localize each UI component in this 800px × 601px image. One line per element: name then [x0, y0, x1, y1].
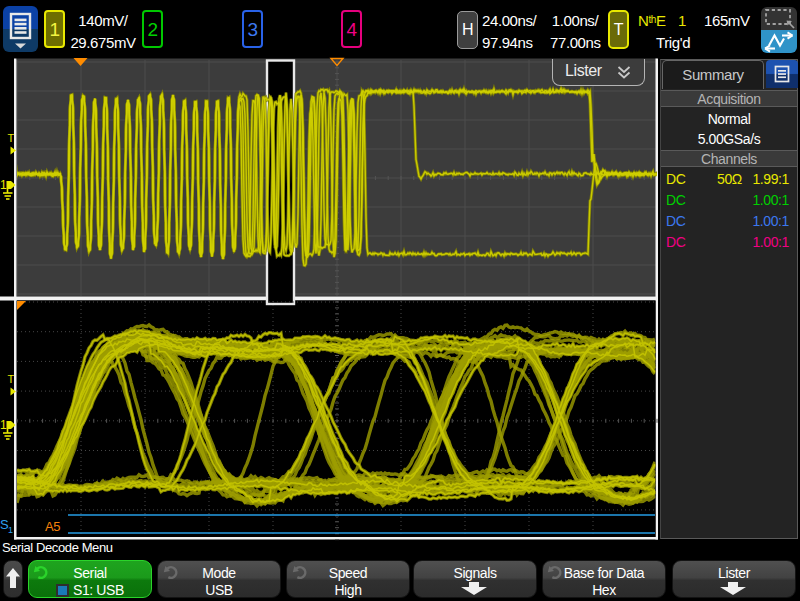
svg-text:1: 1: [0, 178, 7, 192]
svg-text:T: T: [8, 373, 15, 385]
svg-text:1: 1: [0, 418, 7, 432]
svg-text:T: T: [8, 132, 15, 144]
svg-text:A5: A5: [45, 519, 60, 534]
svg-text:1: 1: [8, 525, 13, 535]
